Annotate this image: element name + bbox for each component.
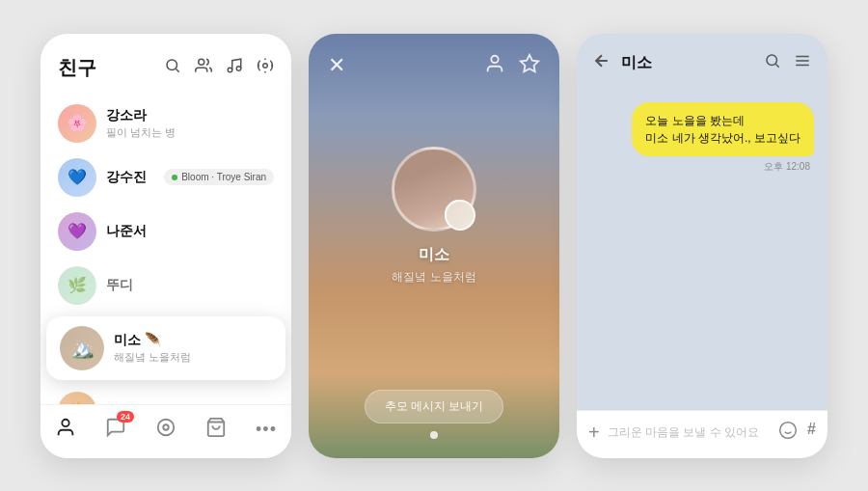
friend-info: 강소라 필이 넘치는 병 bbox=[106, 107, 274, 140]
music-dot bbox=[172, 175, 177, 180]
music-badge: Bloom · Troye Siran bbox=[164, 169, 274, 185]
friend-info: 미소 🪶 해질녘 노을처럼 bbox=[114, 332, 272, 365]
nav-chat[interactable]: 24 bbox=[105, 417, 126, 443]
nav-profile[interactable] bbox=[55, 417, 76, 443]
svg-point-2 bbox=[228, 68, 232, 72]
story-send-button[interactable]: 추모 메시지 보내기 bbox=[365, 390, 504, 423]
friend-name: 미소 🪶 bbox=[114, 332, 272, 349]
story-center: 미소 해질녘 노을처럼 bbox=[309, 147, 559, 286]
nav-shop[interactable] bbox=[205, 417, 227, 443]
avatar: 💙 bbox=[58, 158, 96, 197]
friend-info: 강수진 bbox=[106, 169, 154, 186]
friend-status: 해질녘 노을처럼 bbox=[114, 350, 272, 365]
friends-title: 친구 bbox=[58, 55, 96, 81]
story-panel: ✕ 미소 해질녘 노을처럼 추모 메시지 보내기 bbox=[309, 34, 559, 458]
music-label: Bloom · Troye Siran bbox=[181, 172, 266, 182]
message-bubble: 오늘 노을을 봤는데미소 네가 생각났어., 보고싶다 bbox=[632, 102, 814, 156]
chat-badge: 24 bbox=[117, 411, 134, 423]
svg-marker-10 bbox=[521, 54, 538, 70]
friend-status: 필이 넘치는 병 bbox=[106, 125, 274, 140]
svg-point-3 bbox=[236, 67, 241, 71]
friends-header: 친구 bbox=[41, 34, 291, 91]
friend-info: 나준서 bbox=[106, 223, 274, 240]
svg-point-6 bbox=[158, 419, 175, 435]
friend-info: 뚜디 bbox=[106, 277, 274, 294]
chat-messages: 오늘 노을을 봤는데미소 네가 생각났어., 보고싶다 오후 12:08 bbox=[577, 87, 827, 458]
story-status: 해질녘 노을처럼 bbox=[392, 269, 475, 286]
story-profile-icon[interactable] bbox=[484, 53, 505, 79]
emoji-icon[interactable] bbox=[778, 421, 798, 445]
friend-item[interactable]: 🌿 뚜디 bbox=[41, 259, 291, 313]
add-friend-icon[interactable] bbox=[195, 57, 212, 78]
chat-input-icons: # bbox=[778, 421, 816, 445]
bottom-nav: 24 ••• bbox=[41, 404, 291, 458]
friend-item-highlighted[interactable]: 🏔️ 미소 🪶 해질녘 노을처럼 bbox=[46, 316, 285, 380]
avatar: 🌿 bbox=[58, 266, 96, 305]
nav-feed[interactable] bbox=[155, 417, 176, 443]
friend-item[interactable]: 💜 나준서 bbox=[41, 205, 291, 259]
attach-icon[interactable]: + bbox=[588, 422, 600, 444]
story-close-icon[interactable]: ✕ bbox=[328, 53, 345, 78]
svg-point-11 bbox=[767, 55, 777, 66]
message-group: 오늘 노을을 봤는데미소 네가 생각났어., 보고싶다 오후 12:08 bbox=[590, 102, 814, 174]
story-header-icons bbox=[484, 53, 540, 79]
chat-menu-icon[interactable] bbox=[793, 52, 812, 73]
friend-name: 강소라 bbox=[106, 107, 274, 124]
chat-panel: 미소 오늘 노을을 봤는데미소 네가 생각났어., 보고싶다 오후 12:08 … bbox=[577, 34, 827, 458]
story-progress-dot bbox=[430, 431, 438, 439]
chat-input-bar: + 그리운 마음을 보낼 수 있어요 # bbox=[577, 410, 827, 458]
friend-name: 뚜디 bbox=[106, 277, 274, 294]
svg-point-5 bbox=[62, 419, 68, 425]
nav-more[interactable]: ••• bbox=[256, 420, 277, 440]
friends-panel: 친구 🌸 강소라 필이 넘치는 병 💙 bbox=[41, 34, 291, 458]
svg-point-9 bbox=[491, 55, 498, 62]
story-avatar-badge bbox=[445, 200, 474, 229]
hashtag-icon[interactable]: # bbox=[807, 421, 816, 445]
search-icon[interactable] bbox=[164, 57, 181, 78]
back-icon[interactable] bbox=[592, 51, 611, 75]
story-name: 미소 bbox=[419, 245, 449, 265]
friend-item[interactable]: 🌸 강소라 필이 넘치는 병 bbox=[41, 96, 291, 150]
avatar: 💜 bbox=[58, 212, 96, 251]
friend-item[interactable]: 💙 강수진 Bloom · Troye Siran bbox=[41, 150, 291, 205]
chat-contact-name: 미소 bbox=[621, 53, 754, 73]
avatar: 🏔️ bbox=[60, 326, 104, 370]
svg-point-7 bbox=[163, 424, 169, 430]
friends-list: 🌸 강소라 필이 넘치는 병 💙 강수진 Bloom · Troye Siran… bbox=[41, 91, 291, 419]
story-header: ✕ bbox=[309, 34, 559, 89]
story-avatar bbox=[392, 147, 476, 232]
avatar: 🌸 bbox=[58, 104, 96, 143]
svg-point-0 bbox=[167, 60, 177, 70]
chat-header: 미소 bbox=[577, 34, 827, 87]
story-bottom: 추모 메시지 보내기 bbox=[309, 390, 559, 439]
settings-icon[interactable] bbox=[257, 57, 274, 78]
chat-search-icon[interactable] bbox=[764, 52, 781, 73]
message-time: 오후 12:08 bbox=[764, 160, 810, 174]
svg-point-15 bbox=[780, 422, 797, 438]
friend-name: 강수진 bbox=[106, 169, 154, 186]
friend-name: 나준서 bbox=[106, 223, 274, 240]
friends-header-icons bbox=[164, 57, 274, 78]
story-star-icon[interactable] bbox=[519, 53, 540, 79]
svg-point-4 bbox=[263, 64, 268, 68]
svg-point-1 bbox=[199, 59, 204, 65]
music-icon[interactable] bbox=[226, 57, 243, 78]
chat-input[interactable]: 그리운 마음을 보낼 수 있어요 bbox=[608, 424, 771, 441]
chat-header-icons bbox=[764, 52, 812, 73]
